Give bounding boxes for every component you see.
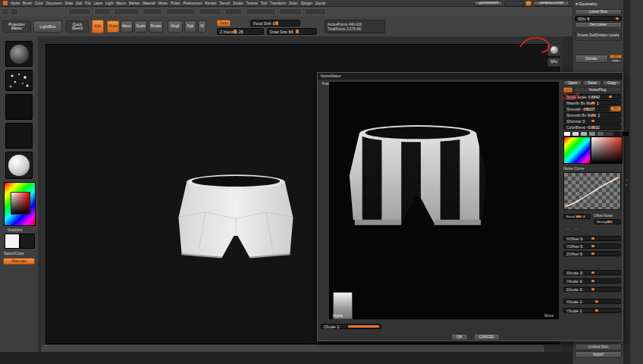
slider-handle[interactable] <box>595 309 598 312</box>
ok-button[interactable]: OK <box>451 334 468 340</box>
edit-button[interactable]: Edit <box>92 20 104 33</box>
slider-handle[interactable] <box>577 215 580 218</box>
shelf-button[interactable] <box>11 8 18 15</box>
menu-picker[interactable]: Picker <box>171 2 180 5</box>
menu-transform[interactable]: Transform <box>270 2 286 5</box>
swatch[interactable] <box>572 131 579 136</box>
shorts-model-3d[interactable] <box>173 171 299 270</box>
panel-divider[interactable]: ◂ ▸ <box>623 0 630 364</box>
menu-render[interactable]: Render <box>205 2 216 5</box>
menu-stroke[interactable]: Stroke <box>233 2 243 5</box>
slider-handle[interactable] <box>591 114 594 116</box>
noiseplug-button[interactable]: NoisePlug <box>574 87 621 93</box>
slider-handle[interactable] <box>591 271 594 274</box>
noise-curve-editor[interactable] <box>563 172 621 210</box>
slider-handle[interactable] <box>585 108 588 110</box>
swatch[interactable] <box>563 131 571 136</box>
record-button[interactable] <box>525 1 532 6</box>
menu-brush[interactable]: Brush <box>23 2 32 5</box>
menu-zoom[interactable]: Zoom <box>289 2 298 5</box>
zangle-slider[interactable]: ZAngle 0 <box>563 287 621 292</box>
slider-handle[interactable] <box>234 30 237 33</box>
import-button[interactable]: Import <box>575 351 622 358</box>
lightbox-button[interactable]: LightBox <box>33 20 62 33</box>
mini-toggle[interactable] <box>572 227 580 231</box>
swatch[interactable] <box>605 131 613 136</box>
shelf-button[interactable] <box>165 8 196 15</box>
shelf-button[interactable] <box>2 8 9 15</box>
slider-handle[interactable] <box>609 96 612 98</box>
z-intensity-slider[interactable]: Z Intensity 25 <box>217 28 264 35</box>
slider-handle[interactable] <box>591 237 594 240</box>
zoffset-slider[interactable]: ZOffset 0 <box>563 251 621 256</box>
menu-zplugin[interactable]: Zplugin <box>301 2 312 5</box>
menu-tool[interactable]: Tool <box>261 2 267 5</box>
shelf-button[interactable] <box>246 8 276 15</box>
rotate-button[interactable]: Rotate <box>149 20 163 33</box>
move-label[interactable]: Move <box>544 313 554 318</box>
draw-size-slider[interactable]: Draw Size 64 <box>267 28 317 35</box>
color-picker-inner[interactable] <box>11 192 30 215</box>
cancel-button[interactable]: CANCEL <box>474 334 500 340</box>
menu-color[interactable]: Color <box>35 2 43 5</box>
xangle-slider[interactable]: XAngle 0 <box>563 270 621 275</box>
menu-file[interactable]: File <box>85 2 90 5</box>
saturation-picker[interactable] <box>591 136 623 164</box>
switch-color-label[interactable]: SwitchColor <box>4 251 24 256</box>
yscale-slider[interactable]: YScale 1 <box>563 308 621 313</box>
swatch[interactable] <box>613 131 621 136</box>
shelf-button[interactable] <box>94 8 111 15</box>
colorblend-slider[interactable]: ColorBlend -0.0032 <box>563 124 621 130</box>
texture-thumbnail[interactable] <box>5 123 33 149</box>
main-color-swatch[interactable] <box>5 234 20 249</box>
quick-sketch-button[interactable]: Quick Sketch <box>66 20 89 33</box>
swatch[interactable] <box>597 131 604 136</box>
slider-handle[interactable] <box>591 102 594 104</box>
shelf-button[interactable] <box>114 8 140 15</box>
slider-handle[interactable] <box>591 120 594 122</box>
menu-layer[interactable]: Layer <box>94 2 103 5</box>
unified-skin-button[interactable]: Unified Skin <box>575 344 622 350</box>
sdiv-slider[interactable]: SDiv 6 <box>575 16 622 21</box>
projection-master-button[interactable]: Projection Master <box>2 20 31 33</box>
menu-zscript[interactable]: Zscript <box>315 2 326 5</box>
zscript-dropdown[interactable] <box>504 1 524 6</box>
yangle-slider[interactable]: YAngle 0 <box>563 278 621 284</box>
offset-strength-slider[interactable]: Strength 0 <box>594 219 621 224</box>
geometry-header[interactable]: ▾ Geometry <box>576 2 597 6</box>
noise-preview[interactable]: Alpha Move <box>329 82 559 319</box>
dialog-focal-shift-slider[interactable]: Focal Shift 0 <box>563 214 591 219</box>
zadd-button[interactable]: Zadd <box>217 20 231 27</box>
smt-button[interactable]: Smt <box>610 55 622 58</box>
hue-picker[interactable] <box>563 136 591 164</box>
strength-by-mask-slider[interactable]: Strength By Mask 1 <box>563 112 621 118</box>
menu-document[interactable]: Document <box>46 2 62 5</box>
menu-light[interactable]: Light <box>105 2 113 5</box>
slider-handle[interactable] <box>591 126 594 128</box>
slider-handle[interactable] <box>275 21 278 25</box>
secondary-color-swatch[interactable] <box>20 234 35 249</box>
slider-handle[interactable] <box>607 221 610 223</box>
shelf-button[interactable] <box>224 8 243 15</box>
slider-handle[interactable] <box>616 17 619 20</box>
strength-slider[interactable]: Strength -0.0037 <box>563 106 609 111</box>
menu-edit[interactable]: Edit <box>76 2 82 5</box>
slider-handle[interactable] <box>591 280 594 282</box>
alternate-button[interactable]: Alternate <box>3 258 35 265</box>
zscale-slider[interactable]: ZScale 1 <box>321 324 381 329</box>
yoffset-slider[interactable]: YOffset 0 <box>563 243 621 249</box>
suv-button[interactable]: Suv <box>610 59 622 63</box>
mid-button[interactable]: Mid <box>610 106 621 111</box>
slider-handle[interactable] <box>591 288 594 290</box>
xoffset-slider[interactable]: XOffset 0 <box>563 236 621 241</box>
shelf-button[interactable] <box>68 8 91 15</box>
menu-marker[interactable]: Marker <box>129 2 140 5</box>
menu-movie[interactable]: Movie <box>158 2 168 5</box>
menu-macro[interactable]: Macro <box>116 2 126 5</box>
uv-toggle[interactable]: UV <box>563 87 572 93</box>
magnify-by-mask-slider[interactable]: Magnify By Mask 1 <box>563 100 621 105</box>
slider-handle[interactable] <box>591 253 594 255</box>
mrgb-button[interactable]: Mrgb <box>168 20 183 33</box>
swatch[interactable] <box>588 131 596 136</box>
slider-handle[interactable] <box>296 30 299 33</box>
